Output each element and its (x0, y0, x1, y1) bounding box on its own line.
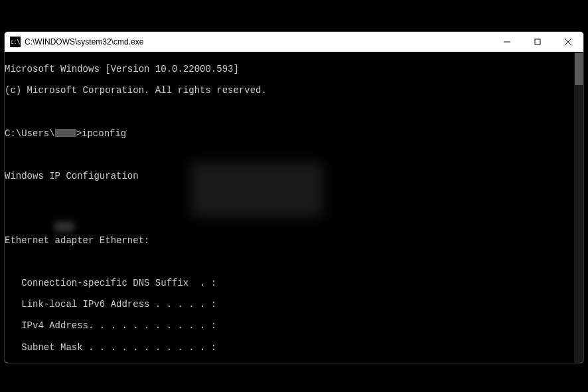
version-line: Microsoft Windows [Version 10.0.22000.59… (5, 64, 583, 74)
terminal-body[interactable]: Microsoft Windows [Version 10.0.22000.59… (5, 52, 583, 363)
cmd-icon: c:\ (10, 37, 21, 47)
typed-command: ipconfig (82, 128, 126, 139)
minimize-icon (504, 39, 510, 45)
redacted-username (55, 129, 76, 137)
cmd-icon-text: c:\ (11, 39, 20, 45)
adapter-header: Ethernet adapter Ethernet: (5, 235, 583, 246)
titlebar-controls (492, 32, 583, 52)
redacted-ip-values (190, 162, 323, 217)
subnet-line: Subnet Mask . . . . . . . . . . . : (5, 342, 583, 353)
svg-rect-1 (535, 39, 540, 45)
window-title: C:\WINDOWS\system32\cmd.exe (25, 37, 492, 47)
copyright-line: (c) Microsoft Corporation. All rights re… (5, 85, 583, 96)
maximize-button[interactable] (522, 32, 553, 52)
cmd-window: c:\ C:\WINDOWS\system32\cmd.exe Microsof… (4, 31, 584, 363)
blank-line (5, 149, 583, 160)
dns-suffix-line: Connection-specific DNS Suffix . : (5, 278, 583, 288)
minimize-button[interactable] (492, 32, 522, 52)
close-button[interactable] (553, 32, 583, 52)
prompt-line-1: C:\Users\>ipconfig (5, 128, 583, 139)
blank-line (5, 256, 583, 267)
ipv6-line: Link-local IPv6 Address . . . . . : (5, 299, 583, 310)
prompt-suffix: > (76, 128, 82, 139)
close-icon (565, 39, 571, 45)
maximize-icon (534, 39, 541, 45)
scrollbar[interactable] (574, 52, 583, 363)
blank-line (5, 106, 583, 117)
scrollbar-thumb[interactable] (575, 53, 583, 85)
prompt-prefix: C:\Users\ (5, 128, 55, 139)
terminal-content: Microsoft Windows [Version 10.0.22000.59… (5, 53, 583, 363)
redacted-username-blur (54, 222, 74, 232)
ipv4-line: IPv4 Address. . . . . . . . . . . : (5, 320, 583, 331)
titlebar[interactable]: c:\ C:\WINDOWS\system32\cmd.exe (5, 32, 583, 52)
